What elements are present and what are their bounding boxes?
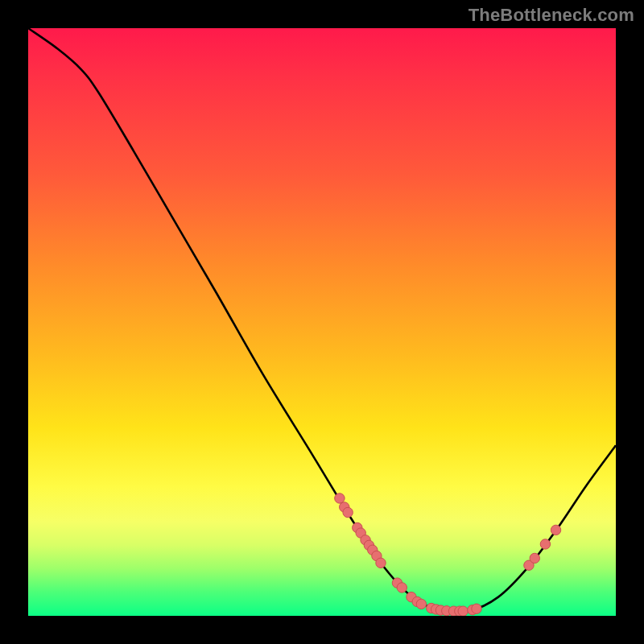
data-point <box>551 525 560 535</box>
data-point <box>376 558 386 568</box>
data-point <box>472 604 481 613</box>
bottleneck-curve <box>28 28 616 613</box>
data-point <box>540 539 550 549</box>
data-point <box>343 507 353 517</box>
outer-frame: TheBottleneck.com <box>0 0 644 644</box>
data-point <box>335 493 345 503</box>
watermark-text: TheBottleneck.com <box>469 5 634 26</box>
chart-svg <box>28 28 616 616</box>
data-point <box>416 599 426 609</box>
data-point <box>458 606 468 616</box>
data-point <box>397 583 407 592</box>
highlighted-points-group <box>335 493 561 616</box>
data-point <box>530 553 539 563</box>
plot-area <box>28 28 616 616</box>
